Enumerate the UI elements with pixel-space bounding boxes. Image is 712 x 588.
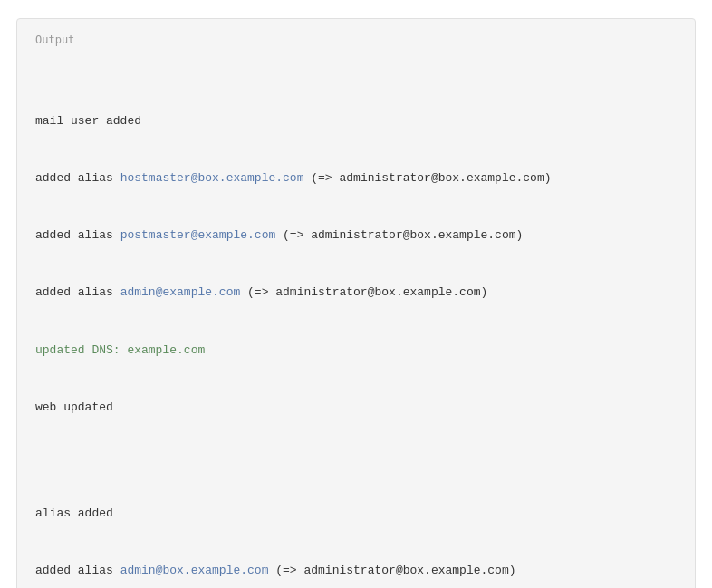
line-alias-added: alias added [35,504,677,523]
line-updated-dns: updated DNS: example.com [35,341,677,360]
line-mail-user-added: mail user added [35,111,677,130]
line-web-updated: web updated [35,398,677,417]
output-label: Output [35,34,677,46]
line-alias-hostmaster: added alias hostmaster@box.example.com (… [35,169,677,188]
output-content: mail user added added alias hostmaster@b… [35,55,677,588]
line-alias-admin-box: added alias admin@box.example.com (=> ad… [35,561,677,580]
line-alias-admin-example: added alias admin@example.com (=> admini… [35,283,677,302]
output-panel: Output mail user added added alias hostm… [16,18,696,588]
line-alias-postmaster-example: added alias postmaster@example.com (=> a… [35,226,677,245]
line-empty-1 [35,455,677,467]
